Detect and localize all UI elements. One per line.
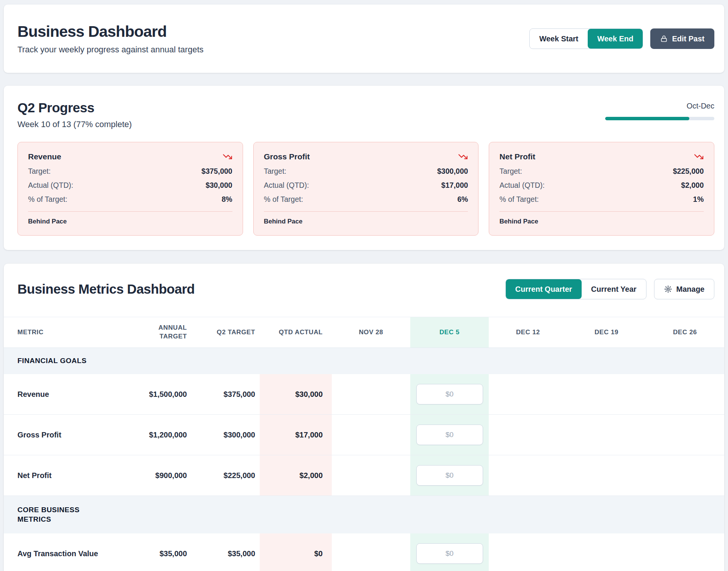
week-cell-dec-12: [489, 455, 567, 495]
metric-name: Avg Transaction Value: [4, 533, 138, 571]
week-cell-dec-26: [646, 415, 724, 455]
week-cell-dec-19: [567, 374, 646, 414]
trending-down-icon: [458, 152, 468, 162]
week-cell-dec-19: [567, 455, 646, 495]
week-cell-nov-28: [332, 533, 410, 571]
actual-label: Actual (QTD):: [28, 181, 73, 190]
section-label: FINANCIAL GOALS: [17, 356, 86, 366]
q2-top: Q2 Progress Week 10 of 13 (77% complete)…: [17, 100, 714, 129]
lock-icon: [660, 35, 668, 42]
q2-target-value: $375,000: [191, 374, 260, 414]
metrics-title: Business Metrics Dashboard: [17, 282, 195, 297]
target-value: $375,000: [201, 167, 232, 176]
week-cell-dec-5: [410, 455, 489, 495]
q2-target-value: $35,000: [191, 533, 260, 571]
dec5-input[interactable]: [416, 384, 483, 404]
actual-value: $30,000: [206, 181, 232, 190]
section-core-business-metrics: CORE BUSINESS METRICS: [4, 496, 724, 533]
qtd-actual-value: $0: [260, 533, 332, 571]
q2-progress-fill: [605, 117, 689, 120]
q2-title-block: Q2 Progress Week 10 of 13 (77% complete): [17, 100, 132, 129]
week-cell-dec-19: [567, 533, 646, 571]
week-cell-dec-19: [567, 415, 646, 455]
pct-value: 6%: [457, 195, 468, 204]
week-start-button[interactable]: Week Start: [530, 29, 588, 49]
annual-target-value: $35,000: [138, 533, 191, 571]
kpi-card-revenue: Revenue Target:$375,000 Actual (QTD):$30…: [17, 142, 243, 236]
q2-progress-block: Oct-Dec: [605, 100, 714, 120]
col-q2-target: Q2 TARGET: [191, 317, 260, 348]
metric-name: Revenue: [4, 374, 138, 414]
week-cell-dec-12: [489, 374, 567, 414]
q2-title: Q2 Progress: [17, 100, 132, 115]
section-label: CORE BUSINESS METRICS: [17, 505, 99, 524]
pct-label: % of Target:: [499, 195, 539, 204]
metrics-actions: Current Quarter Current Year Manage: [505, 279, 714, 299]
edit-past-button[interactable]: Edit Past: [650, 28, 714, 49]
manage-button[interactable]: Manage: [654, 279, 714, 299]
page-title: Business Dashboard: [17, 23, 204, 41]
kpi-card-net-profit: Net Profit Target:$225,000 Actual (QTD):…: [489, 142, 714, 236]
q2-week-text: Week 10 of 13 (77% complete): [17, 120, 132, 129]
qtd-actual-value: $30,000: [260, 374, 332, 414]
kpi-cards: Revenue Target:$375,000 Actual (QTD):$30…: [17, 142, 714, 236]
annual-target-value: $1,200,000: [138, 415, 191, 455]
kpi-title: Revenue: [28, 152, 61, 161]
target-label: Target:: [28, 167, 51, 176]
week-cell-dec-26: [646, 455, 724, 495]
pct-value: 1%: [693, 195, 704, 204]
kpi-title: Net Profit: [499, 152, 535, 161]
kpi-card-gross-profit: Gross Profit Target:$300,000 Actual (QTD…: [253, 142, 479, 236]
week-end-button[interactable]: Week End: [588, 29, 643, 49]
qtd-actual-value: $17,000: [260, 415, 332, 455]
metrics-dashboard-card: Business Metrics Dashboard Current Quart…: [4, 264, 724, 571]
trending-down-icon: [694, 152, 704, 162]
dec5-input[interactable]: [416, 465, 483, 486]
table-row-net-profit: Net Profit $900,000 $225,000 $2,000: [4, 455, 724, 496]
q2-target-value: $225,000: [191, 455, 260, 495]
gear-icon: [664, 285, 672, 293]
period-toggle-group: Current Quarter Current Year: [505, 279, 646, 299]
target-label: Target:: [499, 167, 522, 176]
pace-status: Behind Pace: [264, 218, 468, 225]
actual-label: Actual (QTD):: [264, 181, 309, 190]
col-dec-12: DEC 12: [489, 317, 567, 348]
q2-range-label: Oct-Dec: [605, 102, 714, 110]
trending-down-icon: [223, 152, 232, 162]
col-nov-28: NOV 28: [332, 317, 410, 348]
week-cell-dec-26: [646, 533, 724, 571]
col-dec-19: DEC 19: [567, 317, 646, 348]
metric-name: Gross Profit: [4, 415, 138, 455]
week-cell-dec-5: [410, 533, 489, 571]
table-header-row: METRIC ANNUAL TARGET Q2 TARGET QTD ACTUA…: [4, 317, 724, 348]
actual-value: $2,000: [681, 181, 704, 190]
divider: [28, 211, 232, 212]
q2-target-value: $300,000: [191, 415, 260, 455]
q2-progress-card: Q2 Progress Week 10 of 13 (77% complete)…: [4, 86, 724, 250]
divider: [499, 211, 704, 212]
table-row-revenue: Revenue $1,500,000 $375,000 $30,000: [4, 374, 724, 415]
col-metric: METRIC: [4, 317, 138, 348]
section-financial-goals: FINANCIAL GOALS: [4, 348, 724, 374]
week-cell-nov-28: [332, 374, 410, 414]
pct-value: 8%: [221, 195, 232, 204]
current-year-button[interactable]: Current Year: [582, 279, 646, 299]
dec5-input[interactable]: [416, 425, 483, 445]
target-value: $225,000: [673, 167, 704, 176]
col-qtd-actual: QTD ACTUAL: [260, 317, 332, 348]
actual-label: Actual (QTD):: [499, 181, 544, 190]
actual-value: $17,000: [441, 181, 468, 190]
pace-status: Behind Pace: [499, 218, 704, 225]
dashboard-header: Business Dashboard Track your weekly pro…: [4, 5, 724, 73]
annual-target-value: $1,500,000: [138, 374, 191, 414]
q2-progress-track: [605, 117, 714, 120]
col-annual-target: ANNUAL TARGET: [138, 317, 191, 348]
divider: [264, 211, 468, 212]
dec5-input[interactable]: [416, 543, 483, 564]
qtd-actual-value: $2,000: [260, 455, 332, 495]
pace-status: Behind Pace: [28, 218, 232, 225]
current-quarter-button[interactable]: Current Quarter: [506, 279, 582, 299]
table-row-gross-profit: Gross Profit $1,200,000 $300,000 $17,000: [4, 415, 724, 455]
header-text-block: Business Dashboard Track your weekly pro…: [17, 23, 204, 55]
target-value: $300,000: [437, 167, 468, 176]
